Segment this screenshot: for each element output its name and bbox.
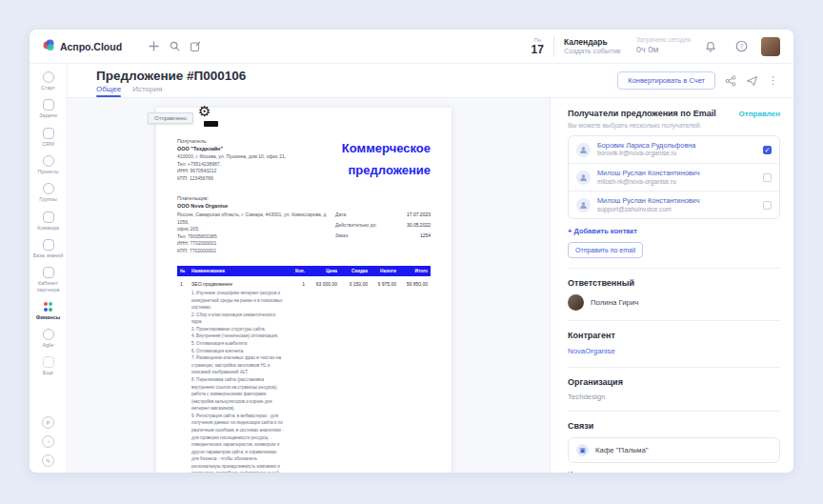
items-table: № Наименование Кол. Цена Скидка Налоги И… bbox=[177, 266, 431, 473]
brand-name: Аспро.Cloud bbox=[60, 41, 122, 52]
contact-avatar-icon bbox=[576, 171, 591, 185]
sidebar-item-crm[interactable]: CRM bbox=[30, 128, 67, 147]
company-logo-banner bbox=[204, 121, 218, 127]
contact-row[interactable]: Милош Руслан Константинович support@zaho… bbox=[569, 191, 779, 218]
start-icon bbox=[43, 71, 54, 83]
page-actions: Конвертировать в Счет ⋮ bbox=[617, 71, 778, 90]
page-title: Предложение #П000106 bbox=[96, 69, 246, 83]
doc-payer-details: Россия, Самарская область, г. Самара, 44… bbox=[177, 212, 330, 254]
time-tracker-value: 0ч 0м bbox=[636, 45, 691, 56]
tab-general[interactable]: Общее bbox=[96, 85, 121, 97]
status-badge: Отправлено bbox=[148, 112, 193, 124]
recipients-hint: Вы можете выбрать несколько получателей. bbox=[568, 122, 780, 129]
responsible-person[interactable]: Полина Гирич bbox=[568, 294, 780, 311]
search-icon[interactable] bbox=[164, 36, 185, 57]
sidebar-item-partner-cabinet[interactable]: Кабинет партнера bbox=[30, 267, 67, 292]
counterparty-link[interactable]: NovaOrganise bbox=[568, 347, 615, 355]
team-icon bbox=[43, 212, 54, 223]
tab-history[interactable]: История bbox=[132, 85, 162, 97]
send-by-email-button[interactable]: Отправить по email bbox=[568, 242, 643, 258]
kebab-menu-icon[interactable]: ⋮ bbox=[768, 74, 778, 87]
user-avatar[interactable] bbox=[761, 37, 780, 56]
sidebar-footer: P ◔ ✎ bbox=[42, 416, 54, 467]
quick-note-icon[interactable] bbox=[185, 36, 206, 57]
feedback-icon[interactable]: ✎ bbox=[42, 454, 54, 467]
sidebar-item-more[interactable]: Ещё bbox=[30, 356, 67, 375]
contact-avatar-icon bbox=[576, 143, 591, 157]
organization-value: Techdesign bbox=[568, 393, 780, 401]
divider bbox=[568, 268, 780, 269]
topbar: Аспро.Cloud Пн 17 Календарь Создать собы… bbox=[30, 30, 793, 64]
page-header: Предложение #П000106 Общее История Конве… bbox=[68, 64, 793, 98]
details-panel: Получатели предложения по Email Отправле… bbox=[550, 98, 793, 473]
groups-icon bbox=[43, 183, 54, 194]
projects-icon bbox=[43, 155, 54, 167]
items-table-header: № Наименование Кол. Цена Скидка Налоги И… bbox=[177, 266, 431, 276]
sidebar-item-projects[interactable]: Проекты bbox=[30, 155, 67, 174]
organization-title: Организация bbox=[568, 377, 780, 387]
bell-icon[interactable] bbox=[700, 36, 721, 57]
table-row: 1 SEO.продвижение 1. Изучение специфики … bbox=[177, 276, 431, 473]
svg-text:?: ? bbox=[739, 43, 743, 50]
time-tracker[interactable]: Затрачено сегодня 0ч 0м bbox=[636, 36, 691, 55]
knowledge-base-icon bbox=[43, 239, 54, 251]
sidebar: Старт Задачи CRM Проекты Группы Команда bbox=[30, 64, 68, 473]
counterparty-title: Контрагент bbox=[568, 331, 780, 340]
integrations-icon[interactable]: ◔ bbox=[42, 435, 54, 448]
calendar-date[interactable]: Пн 17 bbox=[532, 37, 544, 55]
calendar-link[interactable]: Календарь bbox=[564, 37, 621, 48]
relation-item[interactable]: ▣ Кафе "Пальма" bbox=[568, 437, 780, 463]
doc-meta: Дата:17.07.2023 Действительно до:30.05.2… bbox=[335, 212, 431, 254]
sidebar-item-start[interactable]: Старт bbox=[30, 71, 67, 91]
item-name: SEO.продвижение bbox=[191, 281, 285, 287]
divider bbox=[568, 367, 780, 368]
sidebar-item-groups[interactable]: Группы bbox=[30, 183, 67, 202]
partner-cabinet-icon bbox=[43, 267, 54, 278]
divider bbox=[568, 411, 780, 412]
contacts-list: Боровик Лариса Рудольфовна borovik-lr@no… bbox=[568, 135, 780, 219]
add-contact-link[interactable]: + Добавить контакт bbox=[568, 227, 780, 235]
responsible-avatar bbox=[568, 294, 584, 311]
finance-icon bbox=[43, 301, 54, 312]
company-icon: ▣ bbox=[576, 444, 589, 456]
tabs: Общее История bbox=[96, 85, 246, 97]
doc-payer-block: Плательщик: ООО Nova Organise bbox=[177, 195, 431, 209]
brand[interactable]: Аспро.Cloud bbox=[43, 38, 122, 55]
sidebar-item-team[interactable]: Команда bbox=[30, 212, 67, 231]
recipients-title: Получатели предложения по Email bbox=[568, 109, 716, 118]
help-icon[interactable]: ? bbox=[731, 36, 752, 57]
sidebar-item-knowledge-base[interactable]: База знаний bbox=[30, 239, 67, 258]
contact-checkbox[interactable] bbox=[763, 201, 772, 210]
divider bbox=[568, 320, 780, 321]
create-plus-button[interactable] bbox=[143, 36, 164, 57]
aspro-logo-icon bbox=[43, 38, 55, 55]
send-icon[interactable] bbox=[746, 75, 758, 87]
sent-status: Отправлен bbox=[739, 110, 780, 118]
sidebar-item-agile[interactable]: Agile bbox=[30, 329, 67, 348]
divider bbox=[553, 36, 554, 57]
share-icon[interactable] bbox=[725, 75, 736, 87]
contact-checkbox[interactable]: ✓ bbox=[763, 146, 772, 154]
crm-icon bbox=[43, 128, 54, 139]
sidebar-item-tasks[interactable]: Задачи bbox=[30, 99, 67, 118]
create-event-link[interactable]: Создать событие bbox=[564, 47, 621, 55]
calendar-day: 17 bbox=[532, 44, 544, 55]
contact-avatar-icon bbox=[576, 198, 591, 212]
relations-title: Связи bbox=[568, 421, 780, 431]
chat-support-icon[interactable]: P bbox=[42, 416, 54, 429]
contact-row[interactable]: Боровик Лариса Рудольфовна borovik-lr@no… bbox=[569, 136, 779, 163]
contact-row[interactable]: Милош Руслан Константинович milosh-rk@no… bbox=[569, 163, 779, 191]
responsible-title: Ответственный bbox=[568, 278, 780, 288]
contact-checkbox[interactable] bbox=[763, 173, 772, 182]
edit-relations-link[interactable]: Изменить связи bbox=[568, 470, 622, 473]
more-grid-icon bbox=[43, 356, 54, 368]
proposal-document: Отправлено ⚙ Получатель: ООО "Техдизайн"… bbox=[156, 108, 452, 473]
convert-to-invoice-button[interactable]: Конвертировать в Счет bbox=[617, 71, 715, 90]
doc-recipient-block: Получатель: ООО "Техдизайн" 410000, г. М… bbox=[177, 138, 286, 182]
document-title: Коммерческое предложение bbox=[316, 138, 431, 182]
agile-icon bbox=[43, 329, 54, 340]
sidebar-item-finance[interactable]: Финансы bbox=[30, 301, 67, 320]
tasks-icon bbox=[43, 99, 54, 111]
document-preview-area: Отправлено ⚙ Получатель: ООО "Техдизайн"… bbox=[68, 98, 550, 473]
company-logo-gear-icon: ⚙ bbox=[198, 104, 211, 118]
